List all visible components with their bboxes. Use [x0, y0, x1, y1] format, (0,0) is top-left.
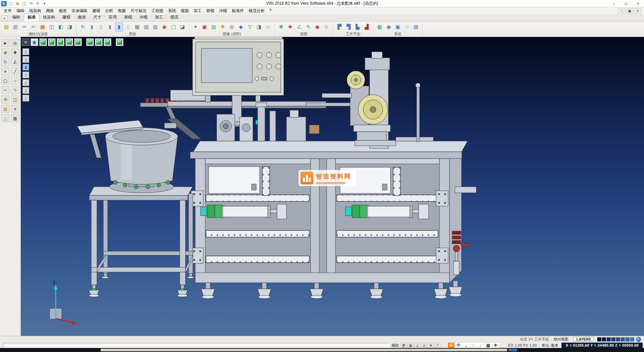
section-view-icon[interactable]: ◪ [178, 23, 186, 31]
status-track-icon[interactable]: ✚ [428, 343, 434, 348]
color-swatch-6[interactable] [621, 337, 625, 342]
zoom-element-icon[interactable]: ◉ [160, 23, 168, 31]
tab-machining[interactable]: 加工 [151, 13, 167, 21]
ime-lang-icon[interactable]: 中 [455, 343, 462, 348]
strip-filter-4-icon[interactable]: ▯ [22, 72, 29, 78]
view-dynamic-icon[interactable]: ✱ [277, 23, 285, 31]
save-icon[interactable]: ◫ [21, 1, 28, 6]
tab-standard[interactable]: 标准 [24, 13, 39, 21]
os-taskbar[interactable] [0, 348, 644, 352]
view-mode-label[interactable]: 绝对视图 [554, 337, 569, 342]
view-cube-axon-icon[interactable] [104, 38, 111, 46]
viewport-3d[interactable]: Z ≡▣ ▯▯▮▯▯▯▯ 智造资料网 [21, 37, 644, 336]
menu-flow-analysis[interactable]: 模流分析 [246, 7, 267, 14]
status-osnap-icon[interactable]: ◎ [421, 343, 427, 348]
adv-material-icon[interactable]: ▣ [201, 23, 209, 31]
tab-edit[interactable]: 编辑 [8, 13, 24, 21]
filter-reset-icon[interactable]: ◨ [66, 23, 74, 31]
zoom-in-icon[interactable]: ⊕ [1, 48, 9, 56]
adv-camera-icon[interactable]: ◎ [228, 23, 236, 31]
adv-funnel-icon[interactable]: ▽ [246, 23, 254, 31]
view-cube-front-icon[interactable] [48, 38, 56, 46]
mdi-restore-button[interactable]: ▣ [626, 8, 633, 14]
layers-icon[interactable]: ▤ [1, 105, 9, 113]
attr-match-icon[interactable]: ◫ [48, 23, 56, 31]
color-swatch-3[interactable] [606, 337, 611, 342]
strip-filter-2-icon[interactable]: ▯ [22, 56, 29, 63]
color-swatch-5[interactable] [616, 337, 620, 342]
measure-angle-icon[interactable]: ∠ [11, 58, 19, 66]
rotate-view-icon[interactable]: ↻ [1, 58, 9, 66]
view-previous-icon[interactable]: ◇ [322, 23, 330, 31]
workplane-xy-icon[interactable]: ▛ [335, 23, 343, 31]
viewport-screen-icon[interactable]: ▣ [31, 38, 38, 46]
wire-box-2-icon[interactable]: ▧ [142, 23, 150, 31]
view-cube-top-icon[interactable] [86, 38, 94, 46]
shade-mode-active-icon[interactable]: ▮ [115, 23, 123, 31]
ime-keyboard-icon[interactable]: ▦ [485, 343, 491, 348]
mdi-close-button[interactable]: × [634, 8, 641, 14]
filter-face-icon[interactable]: ✂ [30, 23, 38, 31]
strip-filter-5-icon[interactable]: ▯ [22, 79, 29, 86]
menu-standard-parts[interactable]: 标准件 [229, 7, 246, 14]
edit-element-icon[interactable]: ✎ [11, 86, 19, 94]
workplane-zx-icon[interactable]: ▙ [354, 23, 362, 31]
tab-mold[interactable]: 塑模 [120, 13, 136, 21]
menu-help[interactable]: ? [267, 7, 274, 14]
trim-icon[interactable]: ✂ [1, 86, 9, 94]
color-swatch-8[interactable] [630, 337, 634, 342]
tab-dimension[interactable]: 尺寸 [90, 13, 105, 21]
new-file-icon[interactable]: ▢ [8, 1, 14, 6]
undo-icon[interactable]: ⟲ [28, 1, 34, 6]
view-redraw-icon[interactable]: ✚ [286, 23, 294, 31]
tab-dropdown-icon[interactable]: ▾ [1, 15, 7, 21]
adv-texture-icon[interactable]: ✦ [192, 23, 200, 31]
redo-icon[interactable]: ⟳ [35, 1, 41, 6]
adv-light-icon[interactable]: ✱ [219, 23, 227, 31]
view-plane-icon[interactable]: ∠ [295, 23, 303, 31]
view-cube-right-icon[interactable] [74, 38, 82, 46]
strip-filter-1-icon[interactable]: ▯ [22, 48, 29, 55]
workplane-yz-icon[interactable]: ▜ [344, 23, 353, 31]
status-ortho-icon[interactable]: ∠ [414, 343, 420, 348]
taskbar-accent-button[interactable] [508, 349, 517, 351]
strip-filter-6-icon[interactable]: ▯ [22, 87, 29, 94]
menu-mold[interactable]: 塑模 [204, 7, 217, 14]
view-eye-icon[interactable]: ◉ [313, 23, 321, 31]
system-grid-icon[interactable]: ▦ [376, 23, 384, 31]
adv-shadow-icon[interactable]: ◨ [255, 23, 263, 31]
ime-toolbox-icon[interactable]: ✚ [492, 343, 499, 348]
color-swatch-4[interactable] [611, 337, 615, 342]
status-lock-icon[interactable]: ◩ [401, 343, 407, 348]
copy-element-icon[interactable]: ◫ [11, 95, 19, 103]
create-line-icon[interactable]: ╱ [11, 67, 19, 75]
system-screen-icon[interactable]: ▣ [394, 23, 402, 31]
list-manager-icon[interactable]: ≡ [11, 105, 19, 113]
window-minimize-button[interactable]: − [608, 0, 620, 7]
adv-gem-icon[interactable]: ◇ [264, 23, 272, 31]
system-dots-icon[interactable]: ∷ [403, 23, 411, 31]
create-point-icon[interactable]: ● [1, 67, 9, 75]
wire-box-1-icon[interactable]: ▦ [133, 23, 141, 31]
sogou-icon[interactable]: S [448, 343, 454, 348]
window-close-button[interactable]: × [632, 0, 644, 7]
mesh-icon[interactable]: △ [1, 114, 9, 122]
strip-filter-3-icon[interactable]: ▮ [22, 64, 29, 71]
tab-flow[interactable]: 模流 [167, 13, 182, 21]
grid-snap-icon[interactable]: ▦ [11, 114, 19, 122]
select-arrow-icon[interactable]: ► [1, 39, 9, 47]
color-swatch-1[interactable] [597, 337, 601, 342]
shade-mode-3-icon[interactable]: ▮ [106, 23, 114, 31]
open-file-icon[interactable]: ▣ [14, 1, 21, 6]
status-help-icon[interactable]: ? [434, 343, 440, 348]
view-cube-dynamic-icon[interactable] [116, 38, 123, 46]
pan-icon[interactable]: ✚ [11, 48, 19, 56]
viewport-menu-icon[interactable]: ≡ [22, 38, 30, 46]
graphics-refresh-icon[interactable]: ↻ [79, 23, 87, 31]
tab-surface[interactable]: 曲面 [74, 13, 90, 21]
view-cube-bottom-icon[interactable] [95, 38, 103, 46]
view-sketch-icon[interactable]: ✎ [304, 23, 312, 31]
tab-application[interactable]: 应用 [105, 13, 120, 21]
ime-mic-icon[interactable]: ♪ [477, 343, 484, 348]
menu-die[interactable]: 冲模 [217, 7, 229, 14]
